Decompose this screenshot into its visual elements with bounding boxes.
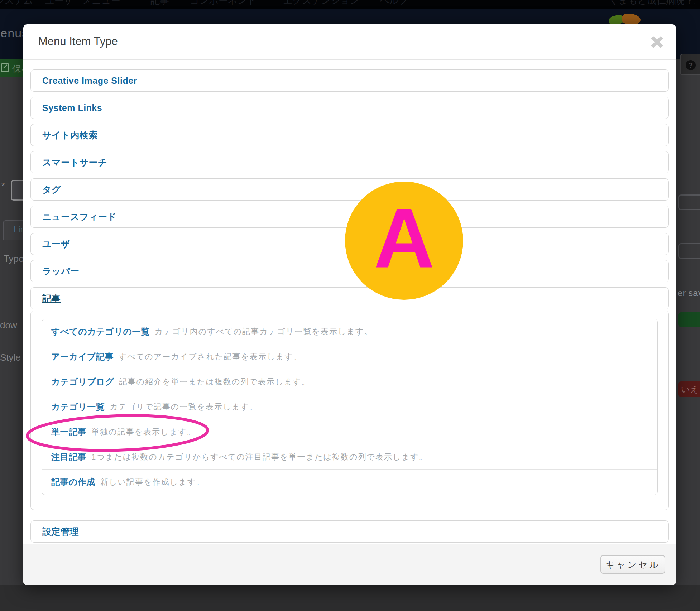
help-button[interactable]: ? xyxy=(680,54,700,75)
save-button[interactable]: 保存 xyxy=(0,59,23,77)
item-description: カテゴリ内のすべての記事カテゴリ一覧を表示します。 xyxy=(155,326,373,337)
title-input[interactable] xyxy=(11,180,25,201)
page-background-right: ? er sav いえ xyxy=(676,9,700,585)
field-label-type: Type xyxy=(4,253,24,264)
modal-title: Menu Item Type xyxy=(38,35,118,48)
group-link[interactable]: System Links xyxy=(42,103,102,113)
cancel-button[interactable]: キャンセル xyxy=(600,555,665,574)
form-field[interactable] xyxy=(678,243,700,259)
menubar-item-menus[interactable]: メニュー xyxy=(82,0,120,5)
required-asterisk: * xyxy=(1,181,5,191)
item-description: すべてのアーカイブされた記事を表示します。 xyxy=(119,351,302,362)
yes-toggle-button[interactable] xyxy=(678,312,700,327)
close-button[interactable] xyxy=(638,24,676,60)
type-group-system-links: System Links xyxy=(30,97,669,119)
item-link[interactable]: アーカイブ記事 xyxy=(51,351,114,362)
type-group-articles: 記事 xyxy=(30,287,669,309)
tab-link[interactable]: Link xyxy=(3,220,25,240)
item-description: 新しい記事を作成します。 xyxy=(100,477,205,487)
modal-footer: キャンセル xyxy=(23,544,676,585)
type-group-tags: タグ xyxy=(30,178,669,201)
modal-body: Creative Image Slider System Links サイト内検… xyxy=(23,60,676,543)
group-link[interactable]: 記事 xyxy=(42,293,61,304)
group-link[interactable]: タグ xyxy=(42,184,61,196)
group-link[interactable]: ラッパー xyxy=(42,265,80,277)
page-background-left: * Link Type dow Style xyxy=(0,77,23,585)
item-row-all-categories: すべてのカテゴリの一覧 カテゴリ内のすべての記事カテゴリ一覧を表示します。 xyxy=(42,319,657,344)
screen: システム ユーザ メニュー 記事 コンポーネント エクステンション ヘルプ くま… xyxy=(0,0,700,611)
header-band-right xyxy=(676,9,700,59)
menubar-item-system[interactable]: システム xyxy=(0,0,33,5)
menu-item-type-modal: Menu Item Type Creative Image Slider Sys… xyxy=(23,24,676,585)
modal-header: Menu Item Type xyxy=(23,24,676,60)
item-row-create-article: 記事の作成 新しい記事を作成します。 xyxy=(42,470,657,495)
type-group-site-search: サイト内検索 xyxy=(30,124,669,146)
item-link[interactable]: カテゴリ一覧 xyxy=(51,401,105,413)
annotation-marker-letter: A xyxy=(374,196,435,280)
group-link[interactable]: スマートサーチ xyxy=(42,157,107,168)
menubar-item-components[interactable]: コンポーネント xyxy=(190,0,256,5)
group-link[interactable]: ユーザ xyxy=(42,238,70,250)
type-group-smart-search: スマートサーチ xyxy=(30,151,669,173)
menubar-item-extensions[interactable]: エクステンション xyxy=(283,0,359,5)
group-link[interactable]: Creative Image Slider xyxy=(42,76,137,86)
field-label-window: dow xyxy=(0,320,17,331)
menubar-item-help[interactable]: ヘルプ xyxy=(380,0,408,5)
form-field[interactable] xyxy=(678,194,700,210)
articles-group-body: すべてのカテゴリの一覧 カテゴリ内のすべての記事カテゴリ一覧を表示します。 アー… xyxy=(30,311,669,510)
item-row-archived-articles: アーカイブ記事 すべてのアーカイブされた記事を表示します。 xyxy=(42,344,657,369)
help-icon: ? xyxy=(686,60,696,70)
annotation-highlight-ellipse xyxy=(24,413,211,453)
helper-text-fragment: er sav xyxy=(677,288,700,299)
admin-menubar: システム ユーザ メニュー 記事 コンポーネント エクステンション ヘルプ くま… xyxy=(0,0,700,9)
group-link[interactable]: ニュースフィード xyxy=(42,211,117,223)
menubar-item-content[interactable]: 記事 xyxy=(150,0,169,5)
save-icon xyxy=(1,63,9,72)
menubar-item-users[interactable]: ユーザ xyxy=(45,0,73,5)
item-description: 記事の紹介を単一または複数の列で表示します。 xyxy=(119,376,310,387)
annotation-marker-a: A xyxy=(345,182,463,300)
no-toggle-button[interactable]: いえ xyxy=(678,381,700,397)
close-icon xyxy=(651,36,663,48)
site-name: くまもと成仁病院 ビ xyxy=(609,0,696,5)
articles-item-list: すべてのカテゴリの一覧 カテゴリ内のすべての記事カテゴリ一覧を表示します。 アー… xyxy=(42,319,658,495)
item-row-category-blog: カテゴリブログ 記事の紹介を単一または複数の列で表示します。 xyxy=(42,369,657,394)
group-link[interactable]: サイト内検索 xyxy=(42,129,98,141)
type-group-configuration: 設定管理 xyxy=(30,520,669,543)
item-description: カテゴリで記事の一覧を表示します。 xyxy=(110,401,258,412)
save-button-label: 保存 xyxy=(12,63,23,75)
field-label-style: Style xyxy=(0,352,21,363)
item-link[interactable]: カテゴリブログ xyxy=(51,376,114,388)
logo-icon xyxy=(621,13,641,26)
item-link[interactable]: 記事の作成 xyxy=(51,476,95,488)
type-group-creative-image-slider: Creative Image Slider xyxy=(30,69,669,92)
item-link[interactable]: すべてのカテゴリの一覧 xyxy=(51,326,150,337)
group-link[interactable]: 設定管理 xyxy=(42,526,79,538)
